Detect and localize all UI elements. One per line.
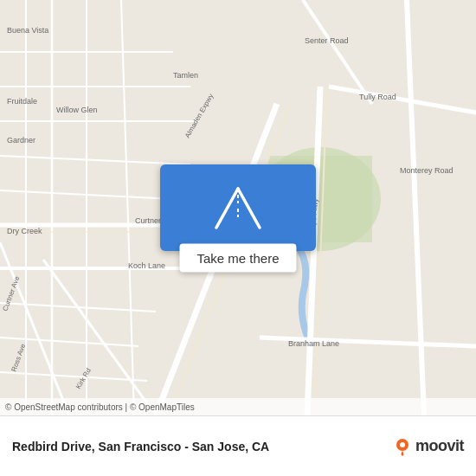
svg-text:Tamlen: Tamlen bbox=[173, 71, 198, 80]
svg-line-46 bbox=[238, 189, 260, 228]
svg-text:Tully Road: Tully Road bbox=[359, 93, 396, 101]
svg-text:Senter Road: Senter Road bbox=[305, 36, 349, 45]
bottom-bar: Redbird Drive, San Francisco - San Jose,… bbox=[0, 415, 476, 476]
location-title: Redbird Drive, San Francisco - San Jose,… bbox=[12, 440, 384, 453]
copyright-bar: © OpenStreetMap contributors | © OpenMap… bbox=[0, 398, 476, 415]
take-me-there-button[interactable]: Take me there bbox=[179, 244, 296, 273]
svg-text:Dry Creek: Dry Creek bbox=[7, 227, 42, 235]
svg-text:Koch Lane: Koch Lane bbox=[128, 261, 165, 270]
svg-text:Fruitdale: Fruitdale bbox=[7, 97, 37, 106]
road-icon bbox=[208, 184, 268, 232]
svg-text:Buena Vista: Buena Vista bbox=[7, 26, 48, 35]
moovit-logo: moovit bbox=[393, 437, 464, 456]
svg-text:Willow Glen: Willow Glen bbox=[56, 106, 98, 114]
moovit-pin-icon bbox=[393, 437, 412, 456]
moovit-brand-text: moovit bbox=[415, 437, 464, 455]
map-container: Buena Vista Fruitdale Gardner Willow Gle… bbox=[0, 0, 476, 415]
navigation-card bbox=[160, 164, 316, 251]
svg-point-50 bbox=[400, 442, 405, 447]
svg-text:Branham Lane: Branham Lane bbox=[288, 339, 339, 348]
svg-text:Gardner: Gardner bbox=[7, 136, 35, 145]
svg-line-45 bbox=[216, 189, 238, 228]
svg-text:Monterey Road: Monterey Road bbox=[400, 166, 453, 175]
copyright-text: © OpenStreetMap contributors | © OpenMap… bbox=[5, 402, 195, 412]
